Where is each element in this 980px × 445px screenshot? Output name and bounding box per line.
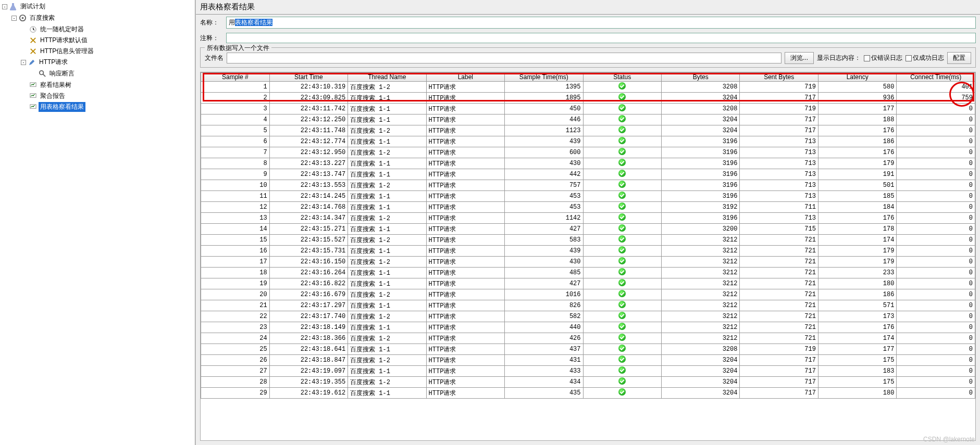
toggle-icon[interactable]: - <box>11 16 17 21</box>
table-row[interactable]: 422:43:12.250百度搜索 1-1HTTP请求4463204717188… <box>201 115 975 125</box>
test-plan-tree[interactable]: - 测试计划 - 百度搜索 统一随机定时器 HTTP请求默认值 HTT <box>0 0 195 445</box>
cell: 501 <box>818 180 896 191</box>
cell: 3212 <box>662 333 740 344</box>
cell: HTTP请求 <box>426 115 504 125</box>
results-table-wrap[interactable]: Sample #Start TimeThread NameLabelSample… <box>200 72 976 441</box>
cell: 百度搜索 1-1 <box>348 322 426 333</box>
cell: 721 <box>740 246 818 257</box>
tree-label[interactable]: HTTP请求 <box>38 57 69 67</box>
cell: 3208 <box>662 104 740 115</box>
table-row[interactable]: 1522:43:15.527百度搜索 1-2HTTP请求583321272117… <box>201 235 975 246</box>
table-row[interactable]: 2622:43:18.847百度搜索 1-2HTTP请求431320471717… <box>201 355 975 366</box>
tree-view-results[interactable]: 察看结果树 <box>19 80 95 91</box>
table-row[interactable]: 822:43:13.227百度搜索 1-1HTTP请求4303196713179… <box>201 158 975 169</box>
col-6[interactable]: Bytes <box>662 73 740 82</box>
cell: HTTP请求 <box>426 202 504 213</box>
tree-table-results[interactable]: 用表格察看结果 <box>19 101 95 112</box>
table-row[interactable]: 2322:43:18.149百度搜索 1-1HTTP请求440321272117… <box>201 322 975 333</box>
col-7[interactable]: Sent Bytes <box>740 73 818 82</box>
col-0[interactable]: Sample # <box>201 73 270 82</box>
cell: 5 <box>201 125 270 136</box>
tree-root[interactable]: - 测试计划 <box>0 1 195 12</box>
cell: 百度搜索 1-1 <box>348 224 426 235</box>
tree-label[interactable]: 聚合报告 <box>39 91 67 101</box>
toggle-icon[interactable]: - <box>21 60 26 65</box>
table-row[interactable]: 2522:43:18.641百度搜索 1-1HTTP请求437320871917… <box>201 344 975 355</box>
comment-input[interactable] <box>226 33 976 43</box>
table-row[interactable]: 2722:43:19.097百度搜索 1-1HTTP请求433320471718… <box>201 366 975 377</box>
cell: 178 <box>818 224 896 235</box>
table-row[interactable]: 2222:43:17.740百度搜索 1-2HTTP请求582321272117… <box>201 311 975 322</box>
toggle-icon[interactable]: - <box>2 4 7 9</box>
table-row[interactable]: 1622:43:15.731百度搜索 1-1HTTP请求439321272117… <box>201 246 975 257</box>
cell: 233 <box>818 268 896 278</box>
table-row[interactable]: 1922:43:16.822百度搜索 1-1HTTP请求427321272118… <box>201 278 975 289</box>
name-input[interactable]: 用表格察看结果 <box>226 17 976 29</box>
table-row[interactable]: 122:43:10.319百度搜索 1-2HTTP请求1395320871958… <box>201 82 975 93</box>
tree-label[interactable]: 统一随机定时器 <box>39 24 85 34</box>
cell <box>583 246 661 257</box>
monitor-icon <box>29 92 37 100</box>
cell: 0 <box>897 115 975 125</box>
cell: 27 <box>201 366 270 377</box>
table-row[interactable]: 2422:43:18.366百度搜索 1-2HTTP请求426321272117… <box>201 333 975 344</box>
cell: 186 <box>818 289 896 300</box>
table-row[interactable]: 1722:43:16.150百度搜索 1-2HTTP请求430321272117… <box>201 257 975 268</box>
tree-label-root[interactable]: 测试计划 <box>19 2 47 11</box>
cell: HTTP请求 <box>426 388 504 399</box>
col-2[interactable]: Thread Name <box>348 73 426 82</box>
col-8[interactable]: Latency <box>818 73 896 82</box>
cell <box>583 344 661 355</box>
table-row[interactable]: 1822:43:16.264百度搜索 1-1HTTP请求485321272123… <box>201 268 975 278</box>
table-row[interactable]: 2022:43:16.679百度搜索 1-2HTTP请求101632127211… <box>201 289 975 300</box>
only-errors-checkbox[interactable]: 仅错误日志 <box>864 54 902 62</box>
tree-label-selected[interactable]: 用表格察看结果 <box>39 102 85 112</box>
table-row[interactable]: 222:43:09.825百度搜索 1-1HTTP请求1895320471793… <box>201 93 975 104</box>
cell: 0 <box>897 355 975 366</box>
file-label: 文件名 <box>205 54 224 62</box>
table-row[interactable]: 1322:43:14.347百度搜索 1-2HTTP请求114231967131… <box>201 213 975 224</box>
tree-label[interactable]: 响应断言 <box>48 69 76 79</box>
config-button[interactable]: 配置 <box>947 52 971 64</box>
table-row[interactable]: 722:43:12.950百度搜索 1-2HTTP请求6003196713176… <box>201 147 975 158</box>
cell: 23 <box>201 322 270 333</box>
cell: 百度搜索 1-1 <box>348 191 426 202</box>
tree-assertion[interactable]: 响应断言 <box>28 68 76 79</box>
table-row[interactable]: 2922:43:19.612百度搜索 1-1HTTP请求435320471718… <box>201 388 975 399</box>
filename-input[interactable] <box>227 53 781 63</box>
clock-icon <box>29 26 37 34</box>
cell: 3204 <box>662 115 740 125</box>
cell: 721 <box>740 300 818 311</box>
tree-label[interactable]: 百度搜索 <box>28 13 56 23</box>
col-3[interactable]: Label <box>426 73 504 82</box>
tree-aggregate[interactable]: 聚合报告 <box>19 91 95 101</box>
only-success-checkbox[interactable]: 仅成功日志 <box>905 54 944 62</box>
table-row[interactable]: 1122:43:14.245百度搜索 1-1HTTP请求453319671318… <box>201 191 975 202</box>
table-row[interactable]: 522:43:11.748百度搜索 1-2HTTP请求1123320471717… <box>201 125 975 136</box>
tree-thread-group[interactable]: - 百度搜索 <box>9 12 95 23</box>
cell: 26 <box>201 355 270 366</box>
tree-label[interactable]: HTTP信息头管理器 <box>39 46 95 56</box>
cell: 0 <box>897 191 975 202</box>
table-row[interactable]: 1222:43:14.768百度搜索 1-1HTTP请求453319271118… <box>201 202 975 213</box>
col-5[interactable]: Status <box>583 73 661 82</box>
tree-timer[interactable]: 统一随机定时器 <box>19 24 95 35</box>
table-row[interactable]: 622:43:12.774百度搜索 1-1HTTP请求4393196713186… <box>201 136 975 147</box>
table-row[interactable]: 322:43:11.742百度搜索 1-1HTTP请求4503208719177… <box>201 104 975 115</box>
col-1[interactable]: Start Time <box>269 73 348 82</box>
tree-header-manager[interactable]: HTTP信息头管理器 <box>19 46 95 57</box>
cell: 3200 <box>662 224 740 235</box>
col-4[interactable]: Sample Time(ms) <box>505 73 583 82</box>
col-9[interactable]: Connect Time(ms) <box>897 73 975 82</box>
cell <box>583 202 661 213</box>
table-row[interactable]: 2822:43:19.355百度搜索 1-2HTTP请求434320471717… <box>201 377 975 388</box>
tree-label[interactable]: 察看结果树 <box>39 80 73 90</box>
tree-label[interactable]: HTTP请求默认值 <box>39 35 89 45</box>
table-row[interactable]: 1022:43:13.553百度搜索 1-2HTTP请求757319671350… <box>201 180 975 191</box>
tree-http-defaults[interactable]: HTTP请求默认值 <box>19 35 95 46</box>
tree-http-request[interactable]: -HTTP请求 <box>19 57 95 68</box>
table-row[interactable]: 2122:43:17.297百度搜索 1-1HTTP请求826321272157… <box>201 300 975 311</box>
table-row[interactable]: 922:43:13.747百度搜索 1-1HTTP请求4423196713191… <box>201 169 975 180</box>
table-row[interactable]: 1422:43:15.271百度搜索 1-1HTTP请求427320071517… <box>201 224 975 235</box>
browse-button[interactable]: 浏览... <box>785 52 814 64</box>
